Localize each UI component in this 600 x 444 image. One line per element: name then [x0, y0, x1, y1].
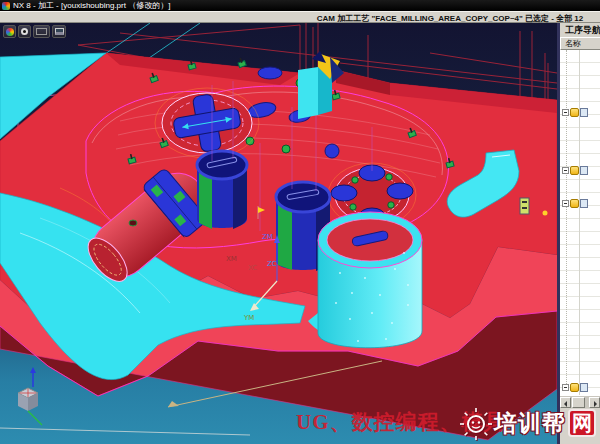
scroll-right-button[interactable] — [589, 397, 600, 408]
mcs-label-xc: XC — [248, 264, 257, 272]
mcs-label-zm: ZM — [262, 233, 273, 241]
mcs-label-ym: YM — [243, 314, 254, 322]
message-bar: CAM 加工工艺 "FACE_MILLING_AREA_COPY_COP~4" … — [0, 11, 600, 23]
nx-window: NX 8 - 加工 - [youxishoubing.prt （修改的）] CA… — [0, 0, 600, 444]
palette-pinwheel-icon[interactable] — [3, 25, 16, 38]
name-column-header[interactable]: 名称 — [560, 37, 600, 50]
tree-item[interactable] — [562, 165, 588, 176]
tree-item[interactable] — [562, 107, 588, 118]
panel-footer — [560, 408, 600, 444]
scroll-left-button[interactable] — [560, 397, 571, 408]
record-circle-icon[interactable] — [18, 25, 31, 38]
mcs-label-zc: ZC — [267, 260, 277, 268]
display-window-icon[interactable] — [52, 25, 66, 38]
operation-icon[interactable] — [570, 383, 579, 392]
operation-status-icon — [580, 199, 588, 208]
floating-toolbar — [3, 25, 66, 38]
keyboard-grid-icon[interactable] — [33, 25, 50, 38]
operation-status-icon — [580, 166, 588, 175]
tree-item[interactable] — [562, 382, 588, 393]
operation-navigator-panel: 工序导航器 名称 — [557, 23, 600, 444]
tree-expander-icon[interactable] — [562, 384, 569, 391]
operation-icon[interactable] — [570, 166, 579, 175]
operation-icon[interactable] — [570, 199, 579, 208]
window-title: NX 8 - 加工 - [youxishoubing.prt （修改的）] — [13, 0, 170, 11]
cad-scene[interactable]: ZM ZC XM XC YM — [0, 23, 557, 444]
tree-expander-icon[interactable] — [562, 200, 569, 207]
wcs-triad — [18, 367, 42, 425]
right-grip — [318, 212, 422, 348]
tree-expander-icon[interactable] — [562, 167, 569, 174]
mcs-label-xm: XM — [226, 255, 237, 263]
tree-expander-icon[interactable] — [562, 109, 569, 116]
operation-tree[interactable] — [560, 50, 600, 395]
operation-status-icon — [580, 108, 588, 117]
graphics-viewport[interactable]: ZM ZC XM XC YM — [0, 23, 557, 444]
tree-guide-line — [566, 50, 567, 390]
column-divider — [579, 50, 580, 395]
title-bar: NX 8 - 加工 - [youxishoubing.prt （修改的）] — [0, 0, 600, 11]
left-stick-boss — [197, 151, 247, 229]
panel-title: 工序导航器 — [560, 23, 600, 37]
nx-logo-icon — [2, 2, 10, 10]
tree-item[interactable] — [562, 198, 588, 209]
operation-icon[interactable] — [570, 108, 579, 117]
horizontal-scrollbar[interactable] — [560, 395, 600, 408]
scrollbar-thumb[interactable] — [572, 397, 585, 408]
operation-status-icon — [580, 383, 588, 392]
